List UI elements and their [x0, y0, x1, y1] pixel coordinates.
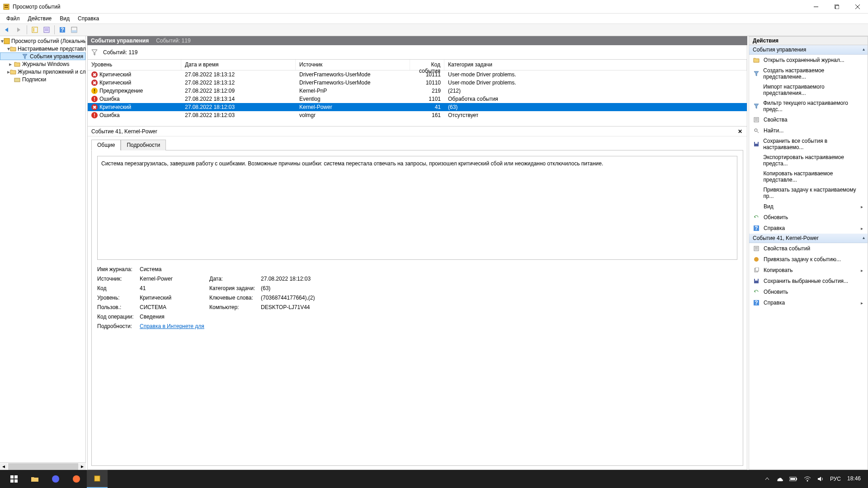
actions-section-2[interactable]: Событие 41, Kernel-Power [749, 234, 868, 243]
table-row[interactable]: !Ошибка27.08.2022 18:12:03volmgr161Отсут… [88, 111, 747, 119]
tree-label: Журналы Windows [22, 61, 69, 67]
menu-action[interactable]: Действие [24, 14, 56, 23]
close-button[interactable] [847, 0, 868, 14]
table-row[interactable]: ✖Критический27.08.2022 18:12:03Kernel-Po… [88, 103, 747, 111]
svg-rect-41 [14, 479, 18, 483]
action-item[interactable]: Свойства событий [749, 243, 868, 254]
svg-rect-8 [32, 27, 38, 33]
tab-details[interactable]: Подробности [121, 140, 166, 150]
svg-rect-18 [14, 78, 20, 82]
properties-button[interactable] [41, 24, 52, 35]
action-item[interactable]: Создать настраиваемое представление... [749, 66, 868, 82]
nav-tree[interactable]: ▾ Просмотр событий (Локальный) ▾ Настраи… [0, 36, 86, 470]
svg-text:?: ? [61, 27, 64, 33]
svg-rect-47 [790, 478, 795, 480]
event-meta: Имя журнала: Система Источник: Kernel-Po… [97, 266, 737, 329]
explorer-button[interactable] [24, 470, 45, 488]
forward-button[interactable] [14, 24, 24, 35]
action-item[interactable]: Фильтр текущего настраиваемого предс... [749, 98, 868, 114]
filter-count: Событий: 119 [103, 49, 137, 56]
action-item[interactable]: Найти... [749, 125, 868, 136]
language-indicator[interactable]: РУС [830, 476, 841, 482]
window-title: Просмотр событий [13, 4, 806, 10]
action-item[interactable]: ?Справка [749, 223, 868, 234]
help-icon: ? [753, 299, 760, 306]
preview-title: Событие 41, Kernel-Power [91, 128, 157, 135]
blank-icon [753, 173, 760, 180]
action-item[interactable]: Обновить [749, 212, 868, 223]
action-item[interactable]: Копировать [749, 265, 868, 276]
table-row[interactable]: ✖Критический27.08.2022 18:13:12DriverFra… [88, 79, 747, 87]
toolbar: ? [0, 23, 868, 36]
preview-close-button[interactable]: ✕ [736, 127, 744, 136]
svg-text:?: ? [755, 225, 758, 231]
tray-chevron-icon[interactable] [765, 477, 769, 481]
svg-rect-33 [755, 267, 759, 271]
action-item[interactable]: Обновить [749, 286, 868, 297]
action-item[interactable]: Сохранить выбранные события... [749, 276, 868, 286]
col-code[interactable]: Код события [410, 60, 444, 70]
online-help-link[interactable]: Справка в Интернете для [140, 323, 204, 329]
action-item[interactable]: Копировать настраиваемое представле... [749, 169, 868, 185]
action-item[interactable]: Вид [749, 201, 868, 212]
svg-point-22 [755, 129, 757, 131]
tree-subscriptions[interactable]: Подписки [0, 75, 85, 83]
col-category[interactable]: Категория задачи [444, 60, 747, 70]
action-item[interactable]: Привязать задачу к событию... [749, 254, 868, 265]
tree-custom-views[interactable]: ▾ Настраиваемые представления [0, 45, 85, 52]
discord-button[interactable] [45, 470, 66, 488]
battery-icon[interactable] [789, 477, 797, 481]
action-item[interactable]: Открыть сохраненный журнал... [749, 55, 868, 66]
action-item[interactable]: ?Справка [749, 297, 868, 308]
menu-view[interactable]: Вид [56, 14, 73, 23]
tree-app-logs[interactable]: ▸ Журналы приложений и служб [0, 68, 85, 75]
menu-help[interactable]: Справка [74, 14, 103, 23]
col-date[interactable]: Дата и время [181, 60, 296, 70]
props-icon [753, 245, 760, 252]
grid-body[interactable]: ✖Критический27.08.2022 18:13:12DriverFra… [88, 70, 747, 126]
action-item[interactable]: Привязать задачу к настраиваемому пр... [749, 185, 868, 201]
show-tree-button[interactable] [29, 24, 40, 35]
svg-rect-44 [94, 476, 100, 481]
tree-hscrollbar[interactable]: ◂▸ [0, 462, 86, 470]
start-button[interactable] [4, 470, 24, 488]
center-tab-title: События управления [91, 38, 149, 44]
clock[interactable]: 18:46 [847, 476, 861, 482]
titlebar: Просмотр событий [0, 0, 868, 14]
action-item[interactable]: Свойства [749, 114, 868, 125]
menu-file[interactable]: Файл [3, 14, 24, 23]
svg-rect-28 [754, 246, 759, 251]
expand-icon[interactable]: ▸ [7, 61, 14, 67]
center-count: Событий: 119 [156, 38, 190, 44]
tree-root[interactable]: ▾ Просмотр событий (Локальный) [0, 37, 85, 45]
preview-pane-button[interactable] [69, 24, 80, 35]
actions-section-1[interactable]: События управления [749, 45, 868, 55]
folder-icon [10, 68, 16, 75]
firefox-button[interactable] [66, 470, 87, 488]
action-item[interactable]: Импорт настраиваемого представления... [749, 82, 868, 98]
action-item[interactable]: Экспортировать настраиваемое предста... [749, 152, 868, 169]
volume-icon[interactable] [817, 476, 824, 482]
tree-label: Настраиваемые представления [18, 46, 86, 52]
tab-general[interactable]: Общие [91, 140, 121, 150]
table-row[interactable]: !Ошибка27.08.2022 18:13:14Eventlog1101Об… [88, 95, 747, 103]
action-item[interactable]: Сохранить все события в настраиваемо... [749, 136, 868, 152]
minimize-button[interactable] [806, 0, 826, 14]
back-button[interactable] [2, 24, 13, 35]
col-source[interactable]: Источник [296, 60, 410, 70]
svg-rect-46 [796, 478, 797, 480]
wifi-icon[interactable] [804, 476, 811, 482]
help-button[interactable]: ? [57, 24, 68, 35]
copy-icon [753, 267, 760, 274]
tree-windows-logs[interactable]: ▸ Журналы Windows [0, 60, 85, 68]
blank-icon [753, 86, 760, 94]
table-row[interactable]: !Предупреждение27.08.2022 18:12:09Kernel… [88, 87, 747, 95]
onedrive-icon[interactable] [776, 476, 783, 482]
subscriptions-icon [14, 76, 21, 83]
table-row[interactable]: ✖Критический27.08.2022 18:13:12DriverFra… [88, 70, 747, 79]
maximize-button[interactable] [826, 0, 847, 14]
eventviewer-task-button[interactable] [87, 470, 108, 488]
col-level[interactable]: Уровень [88, 60, 181, 70]
tree-admin-events[interactable]: События управления [0, 52, 85, 60]
preview-pane: Событие 41, Kernel-Power ✕ Общие Подробн… [87, 127, 747, 470]
